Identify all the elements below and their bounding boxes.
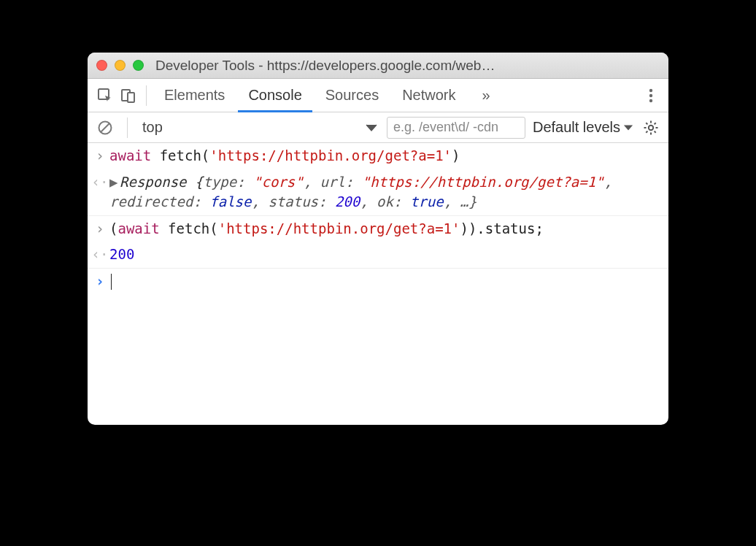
console-response-object[interactable]: ▶Response {type: "cors", url: "https://h… bbox=[109, 172, 664, 212]
window-controls bbox=[96, 60, 144, 71]
console-result: 200 bbox=[109, 245, 664, 265]
svg-point-4 bbox=[649, 93, 652, 96]
settings-menu-button[interactable] bbox=[641, 85, 661, 106]
svg-line-15 bbox=[655, 123, 656, 124]
tab-sources[interactable]: Sources bbox=[315, 79, 389, 112]
divider bbox=[146, 85, 147, 106]
output-marker-icon: ‹· bbox=[92, 246, 109, 262]
tab-label: Console bbox=[248, 87, 301, 104]
svg-line-16 bbox=[646, 131, 647, 132]
context-dropdown-icon[interactable] bbox=[363, 120, 379, 136]
chevron-down-icon bbox=[623, 123, 633, 132]
console-settings-icon[interactable] bbox=[641, 118, 661, 138]
svg-line-7 bbox=[101, 123, 109, 131]
log-levels-selector[interactable]: Default levels bbox=[533, 119, 633, 136]
input-marker-icon: › bbox=[96, 147, 104, 164]
output-marker-icon: ‹· bbox=[92, 174, 109, 190]
tab-label: Sources bbox=[325, 87, 379, 104]
text-caret bbox=[111, 274, 112, 290]
svg-point-3 bbox=[649, 88, 652, 91]
console-prompt-row[interactable]: › bbox=[88, 269, 668, 295]
input-marker-icon: › bbox=[96, 220, 104, 237]
more-tabs-button[interactable]: » bbox=[472, 79, 501, 112]
devtools-tabbar: Elements Console Sources Network » bbox=[88, 79, 668, 112]
svg-point-5 bbox=[649, 99, 652, 101]
console-code: await fetch('https://httpbin.org/get?a=1… bbox=[109, 146, 664, 166]
device-toolbar-icon[interactable] bbox=[118, 85, 139, 106]
minimize-window-button[interactable] bbox=[115, 60, 126, 71]
console-prompt-input[interactable] bbox=[109, 272, 664, 292]
svg-line-14 bbox=[655, 131, 656, 132]
svg-point-8 bbox=[649, 125, 653, 129]
console-input-row: › (await fetch('https://httpbin.org/get?… bbox=[88, 216, 668, 242]
window-title: Developer Tools - https://developers.goo… bbox=[155, 58, 660, 74]
console-output-row: ‹· ▶Response {type: "cors", url: "https:… bbox=[88, 169, 668, 216]
context-label: top bbox=[142, 119, 163, 136]
divider bbox=[127, 118, 128, 138]
tab-label: Network bbox=[402, 87, 455, 104]
execution-context-selector[interactable]: top bbox=[139, 119, 166, 136]
svg-rect-2 bbox=[128, 93, 134, 102]
clear-console-icon[interactable] bbox=[95, 118, 115, 138]
tab-elements[interactable]: Elements bbox=[154, 79, 235, 112]
filter-input[interactable]: e.g. /event\d/ -cdn bbox=[387, 117, 525, 139]
inspect-element-icon[interactable] bbox=[95, 85, 115, 106]
close-window-button[interactable] bbox=[96, 60, 107, 71]
zoom-window-button[interactable] bbox=[133, 60, 144, 71]
titlebar: Developer Tools - https://developers.goo… bbox=[88, 53, 668, 79]
tab-console[interactable]: Console bbox=[238, 79, 312, 112]
console-output[interactable]: › await fetch('https://httpbin.org/get?a… bbox=[88, 143, 668, 425]
tab-network[interactable]: Network bbox=[392, 79, 466, 112]
svg-line-13 bbox=[646, 123, 647, 124]
prompt-marker-icon: › bbox=[96, 273, 104, 289]
expand-object-icon[interactable]: ▶ bbox=[109, 172, 120, 193]
filter-placeholder: e.g. /event\d/ -cdn bbox=[393, 120, 498, 135]
chevron-double-right-icon: » bbox=[482, 87, 490, 104]
console-input-row: › await fetch('https://httpbin.org/get?a… bbox=[88, 143, 668, 169]
console-output-row: ‹· 200 bbox=[88, 242, 668, 269]
tab-label: Elements bbox=[164, 87, 225, 104]
console-toolbar: top e.g. /event\d/ -cdn Default levels bbox=[88, 112, 668, 143]
devtools-window: Developer Tools - https://developers.goo… bbox=[88, 53, 668, 425]
levels-label: Default levels bbox=[533, 119, 620, 136]
console-code: (await fetch('https://httpbin.org/get?a=… bbox=[109, 219, 664, 239]
